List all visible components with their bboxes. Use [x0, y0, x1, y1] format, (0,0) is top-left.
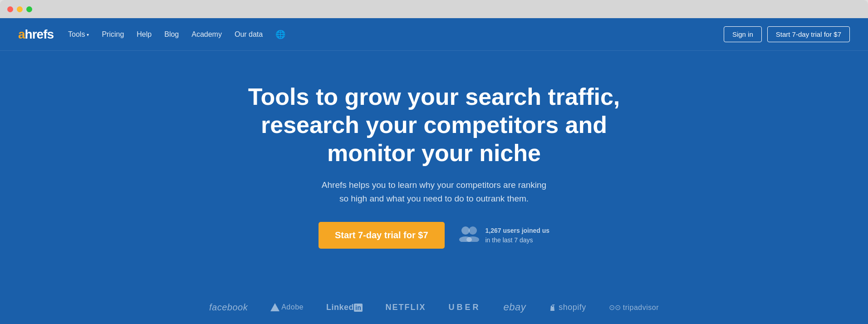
users-joined: 1,267 users joined us in the last 7 days: [457, 225, 550, 246]
logos-bar: facebook Adobe Linkedin NETFLIX UBER eba…: [0, 294, 868, 324]
close-dot[interactable]: [7, 6, 13, 12]
brand-tripadvisor: ⊙⊙tripadvisor: [609, 303, 659, 312]
brand-shopify: shopify: [549, 303, 586, 312]
svg-marker-4: [270, 303, 280, 311]
nav-globe[interactable]: 🌐: [275, 29, 285, 39]
page: ahrefs Tools ▾ Pricing Help Blog Academy…: [0, 18, 868, 324]
brand-netflix: NETFLIX: [385, 303, 426, 312]
brand-adobe: Adobe: [270, 303, 304, 312]
logo-a: a: [18, 27, 25, 41]
nav-academy[interactable]: Academy: [191, 30, 222, 39]
users-text: 1,267 users joined us in the last 7 days: [485, 226, 550, 245]
logo[interactable]: ahrefs: [18, 27, 54, 42]
svg-point-0: [461, 226, 470, 235]
nav-help[interactable]: Help: [137, 30, 152, 39]
nav-trial-button[interactable]: Start 7-day trial for $7: [767, 26, 850, 42]
brand-facebook: facebook: [209, 302, 248, 313]
nav-tools[interactable]: Tools ▾: [68, 30, 89, 39]
globe-icon: 🌐: [275, 29, 285, 39]
users-icon: [457, 225, 481, 246]
maximize-dot[interactable]: [26, 6, 32, 12]
logo-hrefs: hrefs: [25, 27, 54, 41]
hero-section: Tools to grow your search traffic, resea…: [0, 51, 868, 294]
cta-trial-button[interactable]: Start 7-day trial for $7: [319, 222, 445, 249]
navbar: ahrefs Tools ▾ Pricing Help Blog Academy…: [0, 18, 868, 51]
nav-pricing[interactable]: Pricing: [102, 30, 124, 39]
brand-uber: UBER: [448, 303, 481, 312]
hero-subtitle: Ahrefs helps you to learn why your compe…: [322, 178, 546, 206]
hero-title: Tools to grow your search traffic, resea…: [230, 83, 638, 167]
svg-point-1: [469, 226, 477, 235]
nav-ourdata[interactable]: Our data: [235, 30, 263, 39]
nav-links: Tools ▾ Pricing Help Blog Academy Our da…: [68, 29, 724, 39]
minimize-dot[interactable]: [17, 6, 23, 12]
nav-actions: Sign in Start 7-day trial for $7: [724, 26, 850, 42]
brand-linkedin: Linkedin: [326, 303, 363, 312]
brand-ebay: ebay: [503, 301, 526, 313]
nav-blog[interactable]: Blog: [164, 30, 179, 39]
cta-row: Start 7-day trial for $7 1,267 users joi…: [319, 222, 549, 249]
browser-chrome: [0, 0, 868, 18]
signin-button[interactable]: Sign in: [724, 26, 762, 42]
tools-dropdown-arrow: ▾: [87, 32, 89, 37]
